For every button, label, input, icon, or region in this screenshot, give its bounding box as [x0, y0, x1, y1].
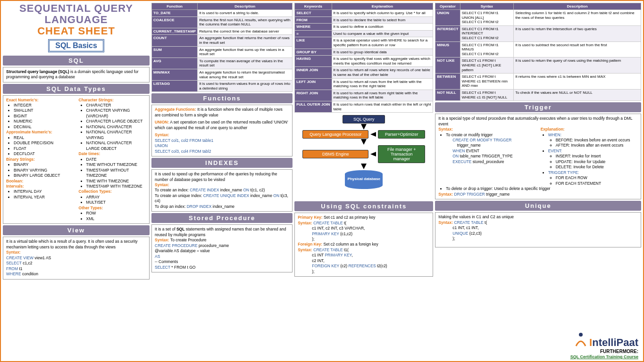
table-row: MINUSSELECT C1 FROM t1MINUSSELECT C1 FRO…: [435, 41, 641, 58]
list-item: BINARY VARYING: [14, 168, 74, 173]
list-item: BIGINT: [14, 114, 74, 119]
table-row: MIN/MAXAn aggregate function to return t…: [152, 69, 293, 80]
body-sql: Structured query language (SQL) Structur…: [3, 67, 150, 82]
table-row: LISTAGGIt is used to transform values fr…: [152, 81, 293, 92]
hdr-functions: Functions: [151, 93, 293, 103]
table-keywords: KeywordsExplanation SELECTIt is used to …: [294, 3, 433, 113]
body-view: It is a virtual table which is a result …: [3, 237, 150, 279]
hdr-datatypes: SQL Data Types: [3, 84, 150, 94]
list-item: INTEGER: [14, 103, 74, 108]
table-row: SELECTIt is used to specify which column…: [295, 10, 433, 17]
logo-block: IntelliPaat FURTHERMORE: SQL Certificati…: [570, 332, 638, 359]
training-link[interactable]: SQL Certification Training Course: [570, 354, 638, 359]
badge-sql-basics: SQL Basics: [48, 39, 104, 52]
list-item: NUMERIC: [14, 119, 74, 124]
list-item: NATIONAL CHARACTER: [86, 124, 147, 130]
body-sproc: It is a set of SQL statements with assig…: [151, 224, 293, 272]
table-row: NOT LIKESELECT c1 FROM tWHERE c1 [NOT] L…: [435, 58, 641, 74]
table-row: FROMIt is used to declare the table to s…: [295, 16, 433, 24]
table-operators: OperatorSyntaxDescription UNIONSELECT C1…: [435, 3, 641, 101]
list-item: CHARACTER VARYING (VARCHAR): [86, 108, 147, 119]
table-row: COUNTAn aggregate function that returns …: [152, 35, 293, 46]
list-item: CHARACTER LARGE OBJECT: [86, 119, 147, 124]
list-item: REAL: [14, 135, 74, 140]
table-row: GROUP BYIt is used to group identical da…: [295, 49, 433, 56]
list-item: MULTISET: [86, 200, 147, 205]
table-row: INNER JOINIt is used to return all rows …: [295, 67, 433, 78]
list-item: NATIONAL CHARACTER VARYING: [86, 130, 147, 140]
list-item: ROW: [86, 211, 147, 216]
table-row: BETWEENSELECT c1 FROM tWHERE c1 BETWEEN …: [435, 74, 641, 90]
list-item: SMALLINT: [14, 108, 74, 113]
table-row: TO_DATEIt is used to convert a string to…: [152, 10, 293, 17]
table-row: NOT NULLSELECT c1 FROM tWHERE c1 IS [NOT…: [435, 89, 641, 100]
table-row: CURRENT_TIMESTAMPReturns the correct tim…: [152, 28, 293, 35]
list-item: DECIMAL: [14, 124, 74, 130]
table-row: LEFT JOINIt is used to return all rows f…: [295, 78, 433, 90]
hdr-sql: SQL: [3, 56, 150, 66]
hdr-view: View: [3, 225, 150, 235]
list-item: ARRAY: [86, 195, 147, 200]
table-row: RIGHT JOINIt is used to return all rows …: [295, 90, 433, 101]
hdr-constraints: Using SQL constraints: [294, 201, 433, 211]
hdr-sproc: Stored Procedure: [151, 213, 293, 223]
list-item: DECFLOAT: [14, 151, 74, 156]
body-trigger: It is a special type of stored procedure…: [435, 114, 641, 199]
body-datatypes: Exact Numeric's:INTEGERSMALLINTBIGINTNUM…: [3, 95, 150, 224]
main-title: SEQUENTIAL QUERY LANGUAGE CHEAT SHEET SQ…: [3, 3, 150, 54]
table-row: SUMAn aggregate function that sums up th…: [152, 46, 293, 58]
list-item: TIME WITH TIMEZONE: [86, 179, 147, 184]
table-row: LIKEIt is a special operator used with W…: [295, 37, 433, 49]
table-row: HAVINGIt is used to specify that rows wi…: [295, 56, 433, 67]
logo-icon: [574, 332, 588, 349]
table-row: COALESCEReturns the first non NULL resul…: [152, 16, 293, 28]
table-row: =Used to compare a value with the given …: [295, 30, 433, 37]
hdr-unique: Unique: [435, 201, 641, 211]
sql-diagram: SQL Query Query Language Processor Parse…: [294, 115, 433, 200]
body-unique: Making the values in C1 and C2 as unique…: [435, 212, 641, 247]
list-item: TIMESTAMP WITHOUT TIMEZONE: [86, 168, 147, 179]
list-item: INTERVAL YEAR: [14, 195, 74, 200]
list-item: TIME WITHOUT TIMEZONE: [86, 162, 147, 167]
table-row: INTERSECTSELECT C1 FROM t1INTERSECTSELEC…: [435, 25, 641, 41]
list-item: CHARACTER: [86, 103, 147, 108]
table-row: FULL OUTER JOINIt is used to return rows…: [295, 101, 433, 112]
list-item: XML: [86, 216, 147, 222]
list-item: DATE: [86, 157, 147, 162]
hdr-trigger: Trigger: [435, 102, 641, 112]
table-row: UNIONSELECT C1 FROM t1UNION [ALL]SELECT …: [435, 10, 641, 26]
svg-point-0: [579, 333, 583, 337]
list-item: NATIONAL CHARACTER LARGE OBJECT: [86, 140, 147, 151]
list-item: DOUBLE PRECISION: [14, 140, 74, 146]
list-item: TIMESTAMP WITH TIMEZONE: [86, 184, 147, 189]
hdr-indexes: INDEXES: [151, 158, 293, 168]
list-item: FLOAT: [14, 146, 74, 151]
list-item: BINARY LARGE OBJECT: [14, 173, 74, 178]
table-row: WHEREIt is used to define a condition: [295, 24, 433, 31]
body-constraints: Primary Key: Set c1 and c2 as primary ke…: [294, 213, 433, 277]
body-indexes: It is used to speed up the performance o…: [151, 169, 293, 212]
body-functions: Aggregate Functions: It is a function wh…: [151, 105, 293, 156]
table-functions: FunctionDescription TO_DATEIt is used to…: [151, 3, 293, 92]
list-item: INTERVAL DAY: [14, 189, 74, 194]
list-item: BINARY: [14, 162, 74, 167]
table-row: AVGTo compute the mean average of the va…: [152, 58, 293, 69]
